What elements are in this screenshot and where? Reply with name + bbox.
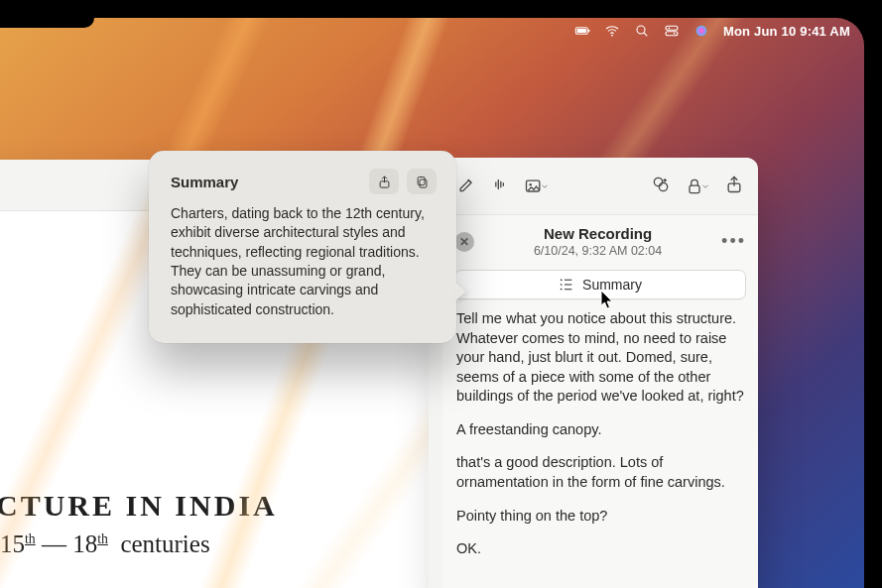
- svg-point-6: [668, 27, 670, 29]
- handwriting-line-1: TECTURE IN INDIA: [0, 489, 278, 523]
- svg-rect-7: [666, 32, 678, 36]
- svg-rect-14: [690, 185, 699, 193]
- transcript-para: OK.: [456, 539, 744, 559]
- menubar-clock[interactable]: Mon Jun 10 9:41 AM: [723, 24, 850, 39]
- more-icon[interactable]: •••: [721, 231, 746, 252]
- copy-summary-button[interactable]: [407, 169, 437, 194]
- transcript-para: that's a good description. Lots of ornam…: [456, 453, 744, 492]
- transcript-para: Pointy thing on the top?: [456, 507, 744, 527]
- cursor-icon: [600, 290, 614, 309]
- transcript-para: Tell me what you notice about this struc…: [456, 309, 744, 407]
- transcript-para: A freestanding canopy.: [456, 420, 744, 440]
- recording-subtitle: 6/10/24, 9:32 AM 02:04: [482, 244, 713, 258]
- popover-title: Summary: [171, 174, 238, 190]
- lock-menu-icon[interactable]: [685, 176, 710, 196]
- share-summary-button[interactable]: [369, 169, 399, 194]
- svg-point-8: [674, 33, 676, 35]
- svg-point-9: [696, 26, 707, 37]
- svg-rect-18: [418, 176, 425, 184]
- svg-rect-17: [420, 179, 427, 187]
- compose-icon[interactable]: [456, 175, 476, 198]
- handwritten-note: TECTURE IN INDIA 15th — 18th centuries: [0, 489, 427, 558]
- recording-toolbar: [442, 158, 758, 215]
- share-icon[interactable]: [724, 175, 744, 198]
- siri-icon[interactable]: [693, 23, 709, 39]
- handwriting-line-2: 15th — 18th centuries: [0, 530, 427, 558]
- link-icon[interactable]: [651, 175, 671, 198]
- menu-bar: Mon Jun 10 9:41 AM: [0, 18, 864, 44]
- summary-popover: Summary Charters, dating back to the 12t…: [149, 151, 456, 343]
- svg-point-3: [611, 35, 613, 37]
- transcript: Tell me what you notice about this struc…: [442, 309, 758, 587]
- spotlight-icon[interactable]: [634, 23, 650, 39]
- svg-point-13: [659, 182, 667, 190]
- popover-body: Charters, dating back to the 12th centur…: [171, 204, 437, 319]
- svg-point-4: [637, 26, 645, 34]
- recording-header: ✕ New Recording 6/10/24, 9:32 AM 02:04 •…: [442, 215, 758, 262]
- svg-rect-1: [588, 30, 589, 33]
- wifi-icon[interactable]: [604, 23, 620, 39]
- media-menu-icon[interactable]: [524, 176, 550, 196]
- svg-rect-2: [577, 29, 586, 33]
- battery-icon[interactable]: [574, 23, 590, 39]
- svg-rect-5: [666, 26, 678, 30]
- svg-point-11: [529, 183, 532, 186]
- control-center-icon[interactable]: [664, 23, 680, 39]
- recording-panel: ✕ New Recording 6/10/24, 9:32 AM 02:04 •…: [442, 158, 758, 588]
- close-icon[interactable]: ✕: [454, 232, 474, 252]
- recording-title: New Recording: [482, 225, 713, 242]
- waveform-icon[interactable]: [490, 175, 510, 198]
- svg-point-12: [654, 177, 662, 185]
